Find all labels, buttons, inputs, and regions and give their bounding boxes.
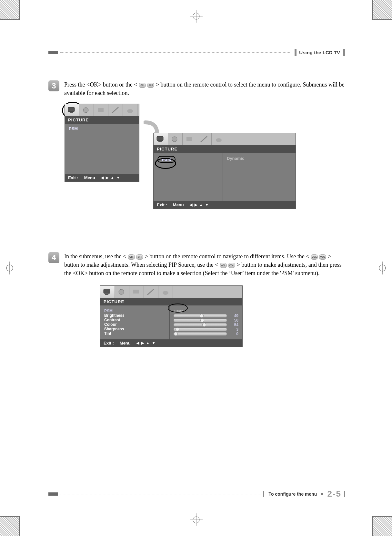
slider-value: 50 bbox=[229, 318, 238, 323]
setting-label: PSM bbox=[104, 309, 159, 313]
vol-up-button-icon: VOL bbox=[228, 263, 235, 268]
header-bar-icon bbox=[48, 51, 58, 54]
svg-rect-27 bbox=[133, 290, 139, 294]
page-number: 2-5 bbox=[327, 489, 341, 499]
step-number-badge: 3 bbox=[48, 80, 59, 91]
vol-up-button-icon: VOL bbox=[319, 254, 326, 260]
setting-value-row: 49 bbox=[174, 314, 238, 318]
setting-row: Contrast bbox=[104, 318, 166, 322]
tab-picture-icon bbox=[100, 286, 115, 298]
setting-row: Tint bbox=[104, 331, 166, 336]
tab-picture-icon bbox=[65, 104, 79, 116]
slider-track bbox=[174, 314, 227, 317]
slider-thumb-icon bbox=[174, 332, 178, 336]
slider-value: 49 bbox=[229, 314, 238, 318]
setting-label: Brightness bbox=[104, 313, 159, 318]
slider-value: 3 bbox=[229, 327, 238, 332]
ch-up-button-icon: CH bbox=[147, 83, 154, 88]
setting-label: Sharpness bbox=[104, 327, 159, 331]
slider-track bbox=[174, 328, 227, 331]
svg-point-17 bbox=[127, 109, 133, 113]
tab-sound-icon bbox=[168, 133, 183, 145]
svg-rect-15 bbox=[98, 108, 104, 112]
svg-point-14 bbox=[83, 108, 88, 113]
setting-row: PSM bbox=[104, 309, 166, 313]
tab-install-icon bbox=[197, 133, 212, 145]
step-3: 3 Press the <OK> button or the < CH CH >… bbox=[48, 80, 345, 97]
step-3-text: Press the <OK> button or the < CH CH > b… bbox=[64, 80, 345, 97]
setting-row: Brightness bbox=[104, 313, 166, 318]
svg-rect-13 bbox=[70, 112, 73, 113]
nav-arrows-icon: ◀ ▶ ▲ ▼ bbox=[190, 203, 209, 207]
tab-sound-icon bbox=[115, 286, 129, 298]
svg-point-26 bbox=[119, 289, 124, 294]
svg-point-23 bbox=[216, 138, 222, 142]
nav-arrows-icon: ◀ ▶ ▲ ▼ bbox=[136, 341, 156, 345]
svg-point-29 bbox=[163, 291, 168, 295]
setting-row: Sharpness bbox=[104, 327, 166, 331]
svg-rect-21 bbox=[186, 137, 192, 141]
step-4: 4 In the submenus, use the < CH CH > but… bbox=[48, 252, 345, 277]
slider-track bbox=[174, 319, 227, 322]
svg-line-22 bbox=[201, 136, 207, 142]
ch-up-button-icon: CH bbox=[136, 254, 143, 260]
setting-label: Tint bbox=[104, 331, 159, 336]
psm-value: Dynamic bbox=[227, 156, 292, 161]
slider-value: 54 bbox=[229, 323, 238, 327]
ch-down-button-icon: CH bbox=[139, 83, 146, 88]
footer-square-icon bbox=[321, 493, 323, 495]
svg-rect-19 bbox=[158, 141, 162, 142]
vol-down-button-icon: VOL bbox=[220, 263, 227, 268]
tab-feature-icon bbox=[129, 286, 144, 298]
svg-rect-24 bbox=[104, 289, 110, 294]
osd-picture-submenu: PICTURE PSM Dynamic Exit : Menu ◀ ▶ ▲ ▼ bbox=[153, 133, 296, 209]
slider-thumb-icon bbox=[200, 318, 204, 322]
svg-point-20 bbox=[172, 137, 177, 142]
header-title: Using the LCD TV bbox=[299, 50, 340, 55]
setting-value-row: 54 bbox=[174, 323, 238, 327]
setting-value-row: 0 bbox=[174, 332, 238, 336]
tab-sound-icon bbox=[79, 104, 94, 116]
slider-track bbox=[174, 332, 227, 335]
footer-bar-icon bbox=[48, 492, 58, 496]
footer-title: To configure the menu bbox=[269, 491, 317, 497]
menu-item-psm: PSM bbox=[69, 126, 135, 131]
osd-picture-settings: PICTURE PSMBrightnessContrastColourSharp… bbox=[100, 285, 243, 347]
page-footer: To configure the menu 2-5 bbox=[48, 489, 345, 499]
osd-title: PICTURE bbox=[65, 116, 139, 124]
setting-value-row: 50 bbox=[174, 318, 238, 323]
osd-footer: Exit : Menu ◀ ▶ ▲ ▼ bbox=[65, 174, 139, 181]
setting-label: Contrast bbox=[104, 318, 159, 322]
nav-arrows-icon: ◀ ▶ ▲ ▼ bbox=[101, 176, 121, 180]
setting-value-row: 3 bbox=[174, 327, 238, 332]
tab-feature-icon bbox=[183, 133, 197, 145]
svg-rect-25 bbox=[105, 294, 108, 295]
tab-install-icon bbox=[108, 104, 123, 116]
page-content: Using the LCD TV 3 Press the <OK> button… bbox=[48, 50, 345, 347]
ch-down-button-icon: CH bbox=[128, 254, 135, 260]
highlight-circle-icon bbox=[155, 158, 176, 169]
tab-channel-icon bbox=[158, 286, 173, 298]
svg-line-28 bbox=[147, 289, 154, 295]
tab-install-icon bbox=[144, 286, 158, 298]
slider-track bbox=[174, 323, 227, 326]
slider-value: 0 bbox=[229, 332, 238, 336]
svg-rect-12 bbox=[68, 107, 75, 112]
slider-thumb-icon bbox=[202, 323, 206, 327]
osd-title: PICTURE bbox=[154, 145, 296, 153]
step-number-badge: 4 bbox=[48, 252, 59, 263]
setting-row: Colour bbox=[104, 322, 166, 327]
step-4-text: In the submenus, use the < CH CH > butto… bbox=[64, 252, 345, 277]
tab-picture-icon bbox=[154, 133, 168, 145]
svg-rect-18 bbox=[157, 136, 163, 141]
osd-picture-menu: PICTURE PSM Exit : Menu ◀ ▶ ▲ ▼ bbox=[65, 104, 139, 182]
setting-label: Colour bbox=[104, 322, 159, 327]
slider-thumb-icon bbox=[176, 327, 179, 331]
tab-channel-icon bbox=[123, 104, 137, 116]
osd-footer: Exit : Menu ◀ ▶ ▲ ▼ bbox=[154, 201, 296, 209]
tab-channel-icon bbox=[212, 133, 226, 145]
page-header: Using the LCD TV bbox=[48, 50, 345, 55]
osd-footer: Exit : Menu ◀ ▶ ▲ ▼ bbox=[100, 339, 242, 347]
svg-line-16 bbox=[112, 107, 118, 113]
step-3-screenshots: PICTURE PSM Exit : Menu ◀ ▶ ▲ ▼ bbox=[65, 104, 345, 239]
